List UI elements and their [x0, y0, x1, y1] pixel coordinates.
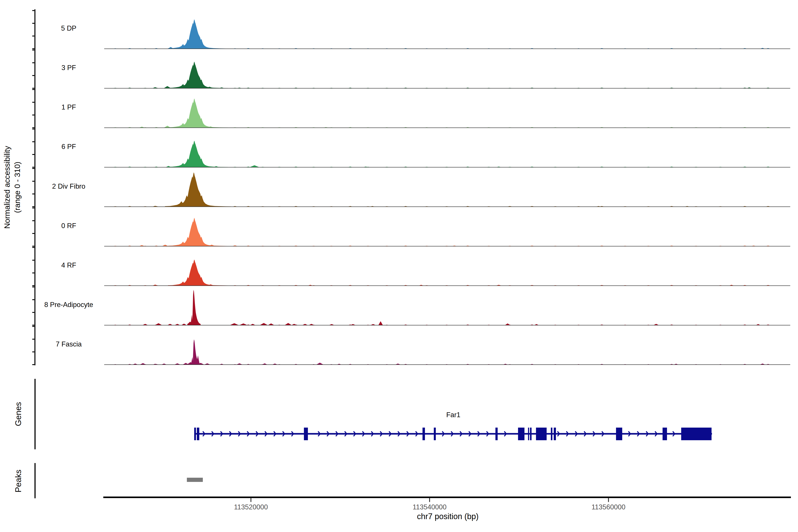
track-4-rf: 4 RF	[61, 260, 790, 286]
signal-peak	[168, 98, 228, 128]
signal-bump	[268, 323, 274, 325]
gene-exon	[434, 428, 436, 440]
signal-bump	[285, 323, 292, 325]
signal-peak	[168, 218, 228, 246]
signal-bump	[260, 323, 268, 325]
x-axis: 113520000113540000113560000	[103, 497, 791, 511]
signal-bump	[378, 321, 383, 325]
signal-bump	[168, 47, 174, 49]
gene-exon	[194, 428, 196, 440]
gene-exon	[681, 428, 711, 440]
track-6-pf: 6 PF	[61, 140, 790, 167]
gene-exon	[554, 428, 556, 440]
track-5-dp: 5 DP	[61, 19, 790, 49]
x-axis-tick-label: 113540000	[413, 503, 446, 511]
track-label: 6 PF	[61, 143, 76, 151]
track-3-pf: 3 PF	[61, 62, 790, 88]
y-axis	[32, 9, 35, 365]
x-axis-tick-label: 113520000	[234, 503, 268, 511]
signal-bump	[250, 165, 259, 167]
signal-peak	[187, 290, 201, 325]
track-8-pre-adipocyte: 8 Pre-Adipocyte	[44, 290, 790, 325]
signal-peak	[168, 140, 228, 167]
track-7-fascia: 7 Fascia	[56, 339, 790, 365]
x-axis-title: chr7 position (bp)	[417, 512, 479, 521]
track-label: 0 RF	[61, 222, 76, 230]
gene-exon	[495, 428, 498, 440]
track-label: 8 Pre-Adipocyte	[44, 301, 93, 308]
peaks-section-label: Peaks	[14, 470, 23, 493]
gene-exon	[528, 428, 529, 440]
track-label: 1 PF	[61, 103, 76, 111]
gene-exon	[530, 428, 532, 440]
track-label: 4 RF	[61, 261, 76, 269]
gene-exon	[551, 428, 552, 440]
gene-exon	[197, 428, 199, 440]
track-label: 2 Div Fibro	[52, 183, 86, 190]
signal-bump	[164, 126, 171, 128]
gene-exon	[616, 428, 622, 440]
x-axis-tick-label: 113560000	[592, 503, 626, 511]
track-0-rf: 0 RF	[61, 218, 790, 246]
signal-peak	[165, 172, 231, 207]
track-label: 7 Fascia	[56, 340, 82, 348]
gene-model	[194, 428, 712, 440]
peak-region-bar	[187, 478, 203, 482]
gene-exon	[518, 428, 525, 440]
signal-bump	[183, 363, 189, 365]
signal-bump	[316, 363, 323, 365]
signal-peak	[168, 62, 228, 88]
gene-exon	[536, 428, 547, 440]
y-axis-title-line2: (range 0 - 310)	[13, 162, 21, 213]
signal-peak	[168, 260, 228, 286]
track-2-div-fibro: 2 Div Fibro	[52, 172, 790, 207]
signal-peak	[188, 339, 201, 365]
coverage-plot-figure: 5 DP3 PF1 PF6 PF2 Div Fibro0 RF4 RF8 Pre…	[0, 0, 798, 532]
gene-exon	[663, 428, 667, 440]
gene-exon	[304, 428, 308, 440]
gene-name-label: Far1	[446, 411, 460, 419]
signal-peak	[168, 19, 228, 49]
track-1-pf: 1 PF	[61, 98, 790, 128]
signal-bump	[240, 323, 247, 325]
signal-bump	[164, 86, 171, 88]
track-label: 3 PF	[61, 64, 76, 72]
genes-section-label: Genes	[14, 402, 23, 426]
signal-bump	[181, 324, 187, 325]
y-axis-title-line1: Normalized accessibility	[3, 146, 11, 229]
signal-bump	[162, 245, 168, 246]
accessibility-tracks: 5 DP3 PF1 PF6 PF2 Div Fibro0 RF4 RF8 Pre…	[44, 19, 790, 365]
track-label: 5 DP	[61, 24, 76, 32]
gene-exon	[422, 428, 425, 440]
